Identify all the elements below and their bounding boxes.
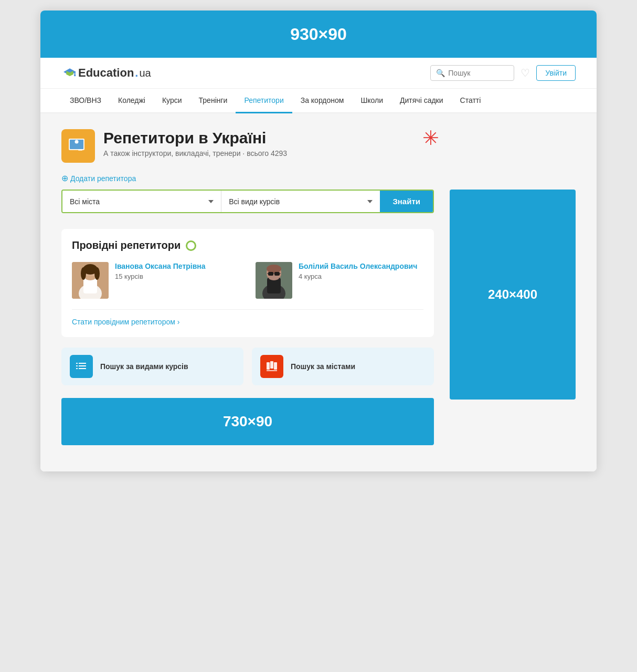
svg-rect-38: [274, 362, 277, 370]
tutor-card-2: Болілий Василь Олександрович 4 курса: [256, 262, 423, 299]
banner-top-label: 930×90: [290, 25, 347, 44]
tutors-divider: [72, 309, 423, 310]
header-right: 🔍 ♡ Увійти: [430, 65, 576, 81]
svg-rect-36: [267, 362, 270, 370]
svg-rect-35: [79, 368, 86, 369]
main-content: Репетитори в Україні А також інструктори…: [40, 113, 597, 471]
svg-rect-32: [76, 365, 78, 366]
banner-top: 930×90: [40, 10, 597, 58]
svg-rect-33: [79, 365, 86, 366]
nav-item-zvo[interactable]: ЗВО/ВНЗ: [61, 89, 110, 113]
become-tutor-link[interactable]: Стати провідним репетитором ›: [72, 318, 179, 326]
search-card-courses[interactable]: Пошук за видами курсів: [61, 348, 243, 385]
banner-bottom-label: 730×90: [223, 413, 272, 430]
tutors-grid: Іванова Оксана Петрівна 15 курсів: [72, 262, 423, 299]
svg-rect-34: [76, 368, 78, 369]
login-button[interactable]: Увійти: [536, 65, 576, 81]
tutor-icon: [67, 134, 90, 158]
page-icon: [61, 129, 95, 163]
search-button[interactable]: Знайти: [380, 191, 433, 212]
search-box[interactable]: 🔍: [430, 65, 514, 81]
search-filters: Всі міста Всі види курсів Знайти: [61, 190, 434, 213]
add-tutor-label: Додати репетитора: [70, 174, 136, 183]
svg-rect-37: [270, 361, 273, 369]
nav-item-treninhy[interactable]: Тренінги: [190, 89, 236, 113]
svg-rect-25: [268, 272, 273, 276]
search-icon: 🔍: [436, 69, 445, 77]
content-row: Всі міста Всі види курсів Знайти Провідн…: [61, 190, 576, 456]
svg-point-3: [74, 75, 76, 76]
svg-rect-30: [76, 363, 78, 364]
course-select[interactable]: Всі види курсів: [221, 191, 380, 212]
content-left: Всі міста Всі види курсів Знайти Провідн…: [61, 190, 434, 456]
section-title: Провідні репетитори: [72, 239, 181, 251]
svg-rect-8: [78, 149, 82, 151]
tutor-info-1: Іванова Оксана Петрівна 15 курсів: [115, 262, 206, 280]
nav-item-dytachi-sadky[interactable]: Дитячі садки: [391, 89, 452, 113]
tutor-card-1: Іванова Оксана Петрівна 15 курсів: [72, 262, 240, 299]
page-title: Репетитори в Україні: [103, 129, 287, 147]
nav-item-kursy[interactable]: Курси: [154, 89, 190, 113]
tutor-name-2[interactable]: Болілий Василь Олександрович: [299, 262, 417, 270]
search-card-cities-label: Пошук за містами: [291, 362, 355, 371]
search-card-cities[interactable]: Пошук за містами: [252, 348, 434, 385]
banner-bottom: 730×90: [61, 398, 434, 445]
page-subtitle: А також інструктори, викладачі, тренери …: [103, 149, 287, 158]
tutor-avatar-2: [256, 262, 292, 299]
tutor-courses-2: 4 курса: [299, 272, 417, 280]
top-tutors-section: Провідні репетитори: [61, 229, 434, 337]
header: Education . ua 🔍 ♡ Увійти: [40, 58, 597, 89]
svg-rect-26: [274, 272, 280, 276]
svg-rect-31: [79, 363, 86, 364]
svg-point-16: [81, 267, 86, 280]
sidebar-ad-label: 240×400: [488, 287, 537, 302]
nav-item-koledzhi[interactable]: Коледжі: [110, 89, 154, 113]
list-icon: [70, 355, 93, 378]
snowflake-icon: ✳: [422, 127, 439, 150]
nav-item-shkoly[interactable]: Школи: [352, 89, 391, 113]
section-header: Провідні репетитори: [72, 239, 423, 251]
online-badge-icon: [186, 240, 196, 251]
svg-point-24: [267, 265, 281, 273]
graduation-hat-icon: [62, 68, 77, 78]
svg-point-7: [75, 140, 79, 144]
favorites-icon[interactable]: ♡: [521, 67, 530, 79]
page-title-section: Репетитори в Україні А також інструктори…: [61, 129, 576, 163]
add-tutor-link[interactable]: ⊕ Додати репетитора: [61, 173, 576, 183]
svg-point-14: [85, 275, 95, 280]
logo-dot: .: [135, 66, 138, 80]
logo[interactable]: Education . ua: [61, 66, 151, 80]
nav-item-repetytory[interactable]: Репетитори: [236, 89, 292, 113]
navigation: ЗВО/ВНЗ Коледжі Курси Тренінги Репетитор…: [40, 89, 597, 113]
logo-education-text: Education: [78, 66, 134, 80]
nav-item-statti[interactable]: Статті: [452, 89, 490, 113]
plus-icon: ⊕: [61, 173, 68, 183]
tutor-avatar-1: [72, 262, 109, 299]
logo-ua-text: ua: [139, 67, 151, 79]
tutor-name-1[interactable]: Іванова Оксана Петрівна: [115, 262, 206, 270]
page-title-text: Репетитори в Україні А також інструктори…: [103, 129, 287, 158]
search-card-courses-label: Пошук за видами курсів: [100, 362, 188, 371]
svg-point-17: [94, 267, 100, 280]
tutor-info-2: Болілий Василь Олександрович 4 курса: [299, 262, 417, 280]
tutor-courses-1: 15 курсів: [115, 272, 206, 280]
svg-point-23: [269, 275, 279, 280]
page-wrapper: 930×90 Education . ua 🔍 ♡ Увійти ЗВО/ВНЗ: [40, 10, 597, 471]
nav-item-za-kordonom[interactable]: За кордоном: [292, 89, 353, 113]
search-input[interactable]: [448, 69, 508, 77]
search-cards: Пошук за видами курсів Пошук за містами: [61, 348, 434, 385]
city-select[interactable]: Всі міста: [62, 191, 221, 212]
map-icon: [260, 355, 283, 378]
sidebar-ad: 240×400: [450, 190, 576, 400]
